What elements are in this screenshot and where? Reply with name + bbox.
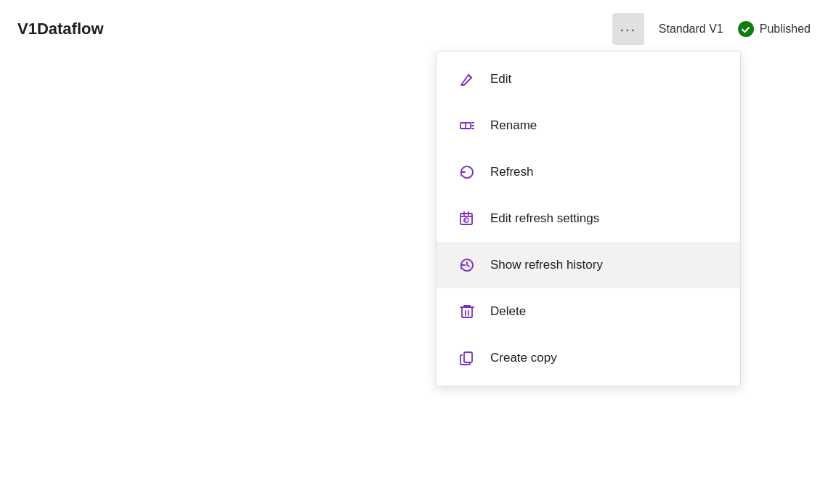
- refresh-icon: [457, 162, 477, 182]
- header-bar: V1Dataflow ··· Standard V1 Published: [0, 0, 828, 58]
- published-label: Published: [760, 23, 811, 36]
- menu-item-create-copy[interactable]: Create copy: [437, 335, 740, 381]
- menu-item-delete[interactable]: Delete: [437, 288, 740, 335]
- copy-icon: [457, 348, 477, 368]
- standard-label: Standard V1: [659, 23, 723, 36]
- menu-label-refresh: Refresh: [490, 165, 534, 179]
- menu-label-edit: Edit: [490, 72, 511, 86]
- menu-label-show-refresh-history: Show refresh history: [490, 258, 603, 272]
- menu-item-rename[interactable]: Rename: [437, 102, 740, 149]
- menu-label-delete: Delete: [490, 304, 526, 319]
- menu-item-refresh[interactable]: Refresh: [437, 149, 740, 195]
- menu-label-edit-refresh-settings: Edit refresh settings: [490, 211, 599, 226]
- menu-item-edit-refresh-settings[interactable]: Edit refresh settings: [437, 195, 740, 242]
- menu-label-rename: Rename: [490, 118, 537, 133]
- delete-icon: [457, 301, 477, 322]
- svg-rect-12: [464, 352, 472, 362]
- svg-rect-9: [462, 307, 472, 317]
- context-menu: Edit Rename Refresh: [436, 51, 741, 386]
- more-button[interactable]: ···: [612, 13, 644, 45]
- header-right: ··· Standard V1 Published: [612, 13, 811, 45]
- published-check-icon: [738, 21, 754, 37]
- dataflow-title: V1Dataflow: [17, 20, 104, 38]
- history-refresh-icon: [457, 255, 477, 275]
- published-badge: Published: [738, 21, 811, 37]
- menu-label-create-copy: Create copy: [490, 351, 557, 365]
- rename-icon: [457, 115, 477, 136]
- edit-icon: [457, 69, 477, 89]
- menu-item-show-refresh-history[interactable]: Show refresh history: [437, 242, 740, 288]
- calendar-refresh-icon: [457, 208, 477, 229]
- menu-item-edit[interactable]: Edit: [437, 56, 740, 102]
